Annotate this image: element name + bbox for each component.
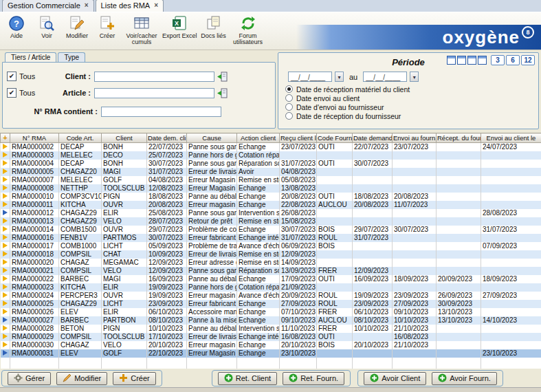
quick-range-3-button[interactable]: 3 — [491, 55, 505, 65]
client-lookup-icon[interactable] — [217, 72, 228, 82]
quick-range-buttons: 3612 — [491, 55, 535, 65]
tab-liste-des-rma[interactable]: Liste des RMA × — [96, 0, 164, 12]
toolbar-button-cumuls[interactable]: Voir/cacher cumuls — [122, 14, 161, 45]
column-header[interactable]: Date demande — [353, 133, 393, 143]
table-row[interactable]: RMA0000007MELELECGOLF04/08/2023Erreur Ma… — [1, 176, 541, 184]
table-row[interactable]: RMA0000025CHAGAZ29LICHT23/09/2023Erreur … — [1, 300, 541, 308]
client-input[interactable] — [94, 72, 214, 82]
table-cell: 12/09/2023 — [353, 267, 393, 275]
calendar-icon[interactable] — [447, 56, 456, 65]
toolbar-button-modifier[interactable]: Modifier — [62, 14, 92, 39]
table-cell — [437, 151, 481, 160]
column-header[interactable]: Récept. du fourn — [437, 133, 481, 143]
rma-contains-input[interactable] — [101, 107, 221, 117]
quick-range-12-button[interactable]: 12 — [521, 55, 535, 65]
article-lookup-icon[interactable] — [217, 88, 228, 98]
column-header[interactable]: Envoi au client le — [481, 133, 541, 143]
brand-banner: oxygène 8 — [296, 25, 541, 50]
add-row-button[interactable]: + — [1, 133, 10, 143]
tous-client-checkbox[interactable]: ✔ — [7, 72, 16, 81]
table-row[interactable]: RMA0000005CHAGAZ20MAGI31/07/2023Erreur d… — [1, 168, 541, 176]
column-header[interactable]: Reçu client le — [280, 133, 317, 143]
table-cell: Erreur de livraison — [187, 168, 237, 176]
creer-button[interactable]: Créer — [113, 372, 156, 385]
tab-type[interactable]: Type — [58, 52, 85, 62]
tous-article-checkbox[interactable]: ✔ — [7, 88, 16, 98]
table-row[interactable]: RMA0000008NETTHPTOOLSCLUB12/08/2023Erreu… — [1, 184, 541, 193]
table-cell: Cotation répar — [237, 151, 280, 160]
date-to-dropdown-icon[interactable]: ▾ — [410, 72, 419, 82]
gerer-button[interactable]: Gérer — [8, 372, 51, 385]
avoir-fourn-button[interactable]: Avoir Fourn. — [432, 372, 497, 385]
column-header[interactable]: Action client — [237, 133, 280, 143]
column-header[interactable]: Code Art. — [59, 133, 102, 143]
table-row[interactable]: RMA0000021COMPSILVELO12/09/2023Panne sou… — [1, 267, 541, 275]
table-row[interactable]: RMA0000029COMPSILTOOLSCLUB17/10/2023Erre… — [1, 333, 541, 341]
table-row[interactable]: RMA0000024PERCPER3OUVR19/09/2023Erreur m… — [1, 292, 541, 300]
table-row[interactable]: RMA0000003MELELECDECO25/07/2023Panne hor… — [1, 151, 541, 160]
table-row[interactable]: RMA0000031ELEVGOLF22/10/2023Erreur Magas… — [1, 349, 541, 358]
close-icon[interactable]: × — [154, 2, 158, 9]
table-cell: VELO — [102, 267, 147, 275]
toolbar-button-docs-lies[interactable]: Docs liés — [199, 14, 229, 39]
periode-radio[interactable]: Date de réception matériel du client — [285, 85, 538, 94]
column-header[interactable]: Client — [102, 133, 147, 143]
modifier-button[interactable]: Modifier — [56, 372, 107, 385]
date-range-row: __/__/____ ▾ au __/__/____ ▾ — [288, 72, 538, 82]
table-row[interactable]: RMA0000012CHAGAZ29ELIR25/08/2023Panne so… — [1, 209, 541, 217]
column-header[interactable]: Code Fourn. — [317, 133, 353, 143]
table-row[interactable]: RMA0000030CHAGAZVELO20/10/2023Erreur mag… — [1, 341, 541, 349]
table-row[interactable]: RMA0000004DECAPBONH30/07/2023Panne sous … — [1, 160, 541, 168]
ret-client-button[interactable]: Ret. Client — [218, 372, 277, 385]
article-input[interactable] — [94, 88, 214, 98]
calendar-icon[interactable] — [467, 56, 476, 65]
table-row[interactable]: RMA0000018COMPSILCHAT10/09/2023Erreur de… — [1, 250, 541, 259]
tab-tiers-article[interactable]: Tiers / Article — [5, 52, 56, 62]
ret-fourn-button[interactable]: Ret. Fourn. — [283, 372, 344, 385]
toolbar-button-aide[interactable]: ? Aide — [1, 14, 32, 39]
flag-icon — [3, 185, 8, 190]
table-row[interactable]: RMA0000010COMP3CV10PIGN18/08/2023Panne a… — [1, 193, 541, 201]
toolbar-button-voir[interactable]: Voir — [32, 14, 62, 39]
table-cell: RMA0000022 — [10, 275, 59, 283]
avoir-client-button[interactable]: Avoir Client — [364, 372, 426, 385]
periode-radio[interactable]: Date envoi au client — [285, 94, 538, 102]
column-header[interactable]: Envoi au fourn. — [393, 133, 437, 143]
table-cell: TOOLSCLUB — [102, 333, 147, 341]
table-cell — [481, 234, 541, 242]
periode-radio[interactable]: Date de réception du fournisseur — [285, 111, 538, 120]
table-row[interactable]: RMA0000014COMB1500OUVR29/07/2023Problème… — [1, 226, 541, 234]
flag-icon — [3, 193, 8, 199]
calendar-icon[interactable] — [478, 56, 487, 65]
table-row[interactable]: RMA0000023KITCHAELIR19/09/2023Panne hors… — [1, 283, 541, 292]
close-icon[interactable]: × — [85, 2, 89, 9]
table-row[interactable]: RMA0000028BETONPIGN10/10/2023Panne au dé… — [1, 325, 541, 333]
table-row[interactable]: RMA0000027BARBECPARTBON08/10/2023Panne à… — [1, 316, 541, 325]
table-row[interactable]: RMA0000026ELEVELIR06/10/2023Accessoire m… — [1, 308, 541, 316]
calendar-icon[interactable] — [457, 56, 466, 65]
table-row[interactable]: RMA0000016FENB1VPARTMOS30/07/2023Erreur … — [1, 234, 541, 242]
tab-gestion-commerciale[interactable]: Gestion Commerciale × — [2, 0, 94, 12]
date-to-field[interactable]: __/__/____ — [363, 72, 407, 82]
table-row[interactable]: RMA0000002DECAPBONH22/07/2023Panne sous … — [1, 143, 541, 152]
table-cell: 16/08/2023 — [280, 333, 317, 341]
toolbar-button-creer[interactable]: Créer — [92, 14, 122, 39]
table-cell: 27/09/2023 — [481, 292, 541, 300]
table-cell: Erreur magasin / L — [187, 292, 237, 300]
column-header[interactable]: Cause — [187, 133, 237, 143]
date-from-field[interactable]: __/__/____ — [288, 72, 332, 82]
date-from-dropdown-icon[interactable]: ▾ — [335, 72, 344, 82]
table-row[interactable]: RMA0000020CHAGAZMEGAMAC12/09/2023Erreur … — [1, 259, 541, 267]
column-header[interactable]: Date dem. cli — [147, 133, 187, 143]
toolbar-button-export-excel[interactable]: X Export Excel — [161, 14, 199, 39]
periode-radio[interactable]: Date d'envoi au fournisseur — [285, 102, 538, 111]
table-row[interactable]: RMA0000011KITCHAOUVR20/08/2023Erreur mag… — [1, 201, 541, 209]
table-row[interactable]: RMA0000017COMB1000LICHT05/09/2023Problèm… — [1, 242, 541, 250]
column-header[interactable]: N° RMA — [10, 133, 59, 143]
table-row[interactable]: RMA0000022BARBECMAGI16/09/2023Panne au d… — [1, 275, 541, 283]
table-cell: BARBEC — [59, 316, 102, 325]
quick-range-6-button[interactable]: 6 — [506, 55, 520, 65]
table-cell: MEGAMAC — [102, 259, 147, 267]
toolbar-button-forum[interactable]: Forum utilisateurs — [229, 14, 267, 45]
table-row[interactable]: RMA0000013CHAGAZ29VELO28/07/2023Retour d… — [1, 217, 541, 226]
